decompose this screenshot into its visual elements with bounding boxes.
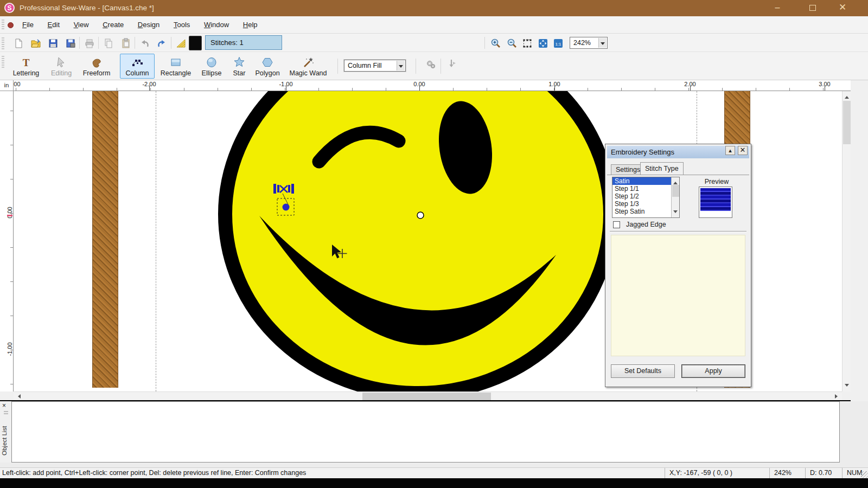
tool-star[interactable]: Star	[228, 54, 251, 79]
dialog-close-button[interactable]: ✕	[738, 146, 748, 155]
save-floppy-icon	[47, 37, 59, 49]
object-list-content[interactable]	[11, 401, 840, 463]
scrollbar-thumb[interactable]	[362, 393, 491, 400]
window-maximize-button[interactable]	[800, 0, 825, 16]
stitch-type-option[interactable]: Satin	[612, 177, 679, 185]
menu-help[interactable]: Help	[237, 16, 264, 34]
set-defaults-button[interactable]: Set Defaults	[611, 364, 675, 378]
node-point[interactable]	[283, 204, 290, 211]
open-folder-icon	[30, 37, 42, 49]
object-list-close-button[interactable]: ×	[2, 402, 6, 409]
jagged-edge-label: Jagged Edge	[626, 221, 666, 228]
undo-button[interactable]	[137, 36, 152, 50]
redo-button[interactable]	[154, 36, 169, 50]
save-design-button[interactable]	[63, 36, 78, 50]
group-divider	[610, 231, 746, 232]
dropdown-button[interactable]	[598, 38, 607, 48]
zoom-fit-button[interactable]	[535, 36, 550, 50]
ruler-tick	[286, 86, 286, 91]
zoom-level-combo[interactable]: 242%	[570, 37, 608, 49]
dropdown-button[interactable]	[397, 61, 405, 70]
scrollbar-thumb[interactable]	[672, 185, 679, 197]
chevron-down-icon	[399, 65, 403, 70]
menu-edit[interactable]: Edit	[42, 16, 66, 34]
tool-magic-wand[interactable]: Magic Wand	[285, 54, 331, 79]
tool-lettering[interactable]: T Lettering	[9, 54, 43, 79]
stitch-type-option[interactable]: Step 1/3	[612, 200, 679, 208]
print-button[interactable]	[82, 36, 97, 50]
toolbar-grip[interactable]	[2, 37, 4, 49]
angle-lines-button[interactable]	[174, 36, 188, 50]
tool-ellipse[interactable]: Ellipse	[197, 54, 226, 79]
thread-color-swatch[interactable]	[189, 36, 202, 50]
redo-arrow-icon	[156, 37, 168, 49]
menu-design[interactable]: Design	[132, 16, 165, 34]
stitch-type-option[interactable]: Step Satin	[612, 208, 679, 215]
vertical-ruler: 0.00 -1.00	[0, 91, 14, 391]
tool-column[interactable]: Column	[120, 54, 155, 79]
tab-stitch-type[interactable]: Stitch Type	[640, 162, 684, 175]
zoom-selection-button[interactable]	[520, 36, 534, 50]
menu-tools[interactable]: Tools	[168, 16, 196, 34]
tool-freeform[interactable]: Freeform	[79, 54, 114, 79]
scroll-up-arrow[interactable]	[673, 179, 678, 184]
zoom-in-button[interactable]	[488, 36, 503, 50]
vertical-scrollbar[interactable]	[842, 91, 851, 391]
zoom-out-button[interactable]	[505, 36, 519, 50]
stitches-count-field[interactable]: Stitches: 1	[205, 35, 282, 50]
tool-editing[interactable]: Editing	[46, 54, 77, 79]
tool-polygon[interactable]: Polygon	[252, 54, 283, 79]
sequence-arrow-icon	[445, 57, 459, 72]
app-logo-icon: S	[4, 3, 15, 13]
fill-type-combo[interactable]: Column Fill	[344, 60, 406, 72]
ruler-label: -3.00	[14, 81, 21, 87]
panel-grip[interactable]	[4, 411, 8, 415]
tool-rectangle[interactable]: Rectangle	[157, 54, 195, 79]
stitch-type-list[interactable]: Satin Step 1/1 Step 1/2 Step 1/3 Step Sa…	[612, 177, 680, 218]
copy-button[interactable]	[101, 36, 116, 50]
scroll-right-arrow[interactable]	[835, 394, 840, 399]
horizontal-scrollbar[interactable]	[14, 391, 842, 400]
menu-window[interactable]: Window	[198, 16, 235, 34]
star-icon	[228, 54, 250, 69]
dialog-collapse-button[interactable]: ▴	[725, 146, 735, 155]
scroll-down-arrow[interactable]	[673, 210, 678, 215]
scrollbar-thumb[interactable]	[843, 101, 851, 144]
new-button[interactable]	[11, 36, 25, 50]
menu-file[interactable]: File	[16, 16, 40, 34]
ruler-label: -1.00	[7, 340, 13, 358]
window-close-button[interactable]: ✕	[830, 0, 855, 16]
stitch-type-option[interactable]: Step 1/2	[612, 192, 679, 200]
zoom-actual-size-button[interactable]: 1:1	[551, 36, 565, 50]
save-button[interactable]	[46, 36, 60, 50]
status-num-lock: NUM	[842, 468, 864, 478]
app-window: S Professional Sew-Ware - [Canvas1.che *…	[0, 0, 868, 488]
polygon-icon	[252, 54, 283, 69]
panel-margin	[840, 401, 868, 463]
ruler-tick	[419, 86, 420, 91]
toolbar-grip[interactable]	[2, 56, 4, 68]
scroll-left-arrow[interactable]	[16, 394, 21, 399]
magic-wand-icon	[286, 54, 330, 69]
menu-view[interactable]: View	[68, 16, 95, 34]
preview-label: Preview	[692, 178, 741, 185]
list-scrollbar[interactable]	[671, 177, 679, 217]
window-minimize-button[interactable]: –	[765, 0, 790, 16]
menu-create[interactable]: Create	[97, 16, 130, 34]
open-button[interactable]	[28, 36, 43, 50]
ruler-unit-box[interactable]: in	[0, 80, 14, 91]
paste-button[interactable]	[118, 36, 133, 50]
apply-button[interactable]: Apply	[681, 364, 745, 378]
scroll-down-arrow[interactable]	[845, 384, 849, 389]
scroll-up-arrow[interactable]	[845, 94, 849, 99]
stitch-sequence-button[interactable]	[444, 57, 460, 74]
window-titlebar[interactable]: S Professional Sew-Ware - [Canvas1.che *…	[0, 0, 868, 16]
resize-grip-icon[interactable]	[861, 471, 868, 478]
toolbar-grip[interactable]	[2, 20, 4, 30]
stitch-type-option[interactable]: Step 1/1	[612, 185, 679, 192]
tool-label: Ellipse	[202, 69, 222, 77]
jagged-edge-checkbox[interactable]	[613, 221, 620, 228]
ruler-tick	[554, 86, 555, 91]
gears-button[interactable]	[423, 57, 439, 74]
copy-icon	[103, 37, 114, 49]
